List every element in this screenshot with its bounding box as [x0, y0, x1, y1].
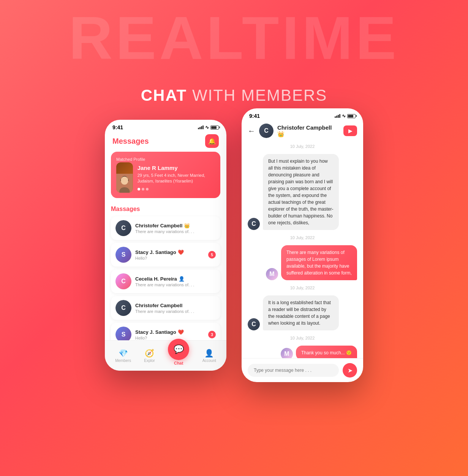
- matched-details: 29 yrs, 5 Feet 4 inch, Never Married, Ju…: [138, 173, 215, 184]
- msg-text: There are many variations of. . .: [135, 309, 216, 314]
- msg-name: Christofer Campbell: [135, 303, 216, 308]
- jane-avatar: [116, 162, 133, 193]
- chat-bubble: It is a long established fact that a rea…: [263, 295, 339, 330]
- status-icons-left: ∿: [198, 125, 219, 130]
- chat-input-area: ➤: [242, 358, 363, 382]
- message-item[interactable]: S Stacy J. Santiago ❤️ Hello? 5: [111, 243, 220, 267]
- chat-bubble: There are many variations of passages of…: [281, 245, 357, 280]
- watermark-text: REALTIME: [0, 8, 468, 68]
- left-phone: 9:41 ∿ Messages 🔔 Matched Profile: [105, 120, 226, 371]
- msg-emoji: ❤️: [178, 329, 184, 335]
- bubble-avatar: M: [266, 268, 278, 280]
- account-icon: 👤: [204, 349, 214, 358]
- right-phone: 9:41 ∿ ← C Christofer Campbell 👑 ▶: [242, 108, 363, 382]
- chat-fab-icon: 💬: [174, 344, 184, 354]
- msg-content: Cecelia H. Pereira 👤 There are many vari…: [135, 276, 216, 287]
- msg-content: Christofer Campbell There are many varia…: [135, 303, 216, 314]
- wifi-icon-right: ∿: [342, 113, 346, 119]
- msg-name: Cecelia H. Pereira 👤: [135, 276, 216, 282]
- chat-date: 10 July, 2022: [248, 336, 357, 340]
- msg-avatar: C: [115, 300, 131, 316]
- dot-3: [146, 188, 149, 190]
- signal-icon: [198, 125, 204, 129]
- chat-date: 10 July, 2022: [248, 144, 357, 149]
- phones-container: 9:41 ∿ Messages 🔔 Matched Profile: [105, 120, 363, 382]
- msg-content: Stacy J. Santiago ❤️ Hello?: [135, 249, 216, 260]
- message-item[interactable]: C Christofer Campbell There are many var…: [111, 296, 220, 320]
- chat-bubble-row: CBut I must explain to you how all this …: [248, 154, 357, 230]
- chat-fab-button[interactable]: 💬: [168, 339, 189, 360]
- bubble-avatar: C: [248, 318, 260, 330]
- messages-title: Messages: [112, 137, 149, 146]
- msg-name: Stacy J. Santiago ❤️: [135, 249, 216, 255]
- status-bar-right: 9:41 ∿: [242, 108, 363, 121]
- chat-bubble: Thank you so much... 🙂: [296, 346, 357, 358]
- crown-emoji: 👑: [277, 131, 285, 137]
- msg-emoji: 👤: [179, 276, 185, 282]
- signal-icon-right: [335, 114, 340, 118]
- msg-text: Hello?: [135, 256, 216, 260]
- nav-account[interactable]: 👤 Account: [202, 349, 216, 363]
- msg-avatar: C: [115, 220, 131, 236]
- page-title-bold: CHAT: [141, 86, 187, 104]
- msg-emoji: 👑: [184, 223, 190, 228]
- wifi-icon: ∿: [205, 125, 209, 130]
- msg-name: Stacy J. Santiago ❤️: [135, 329, 216, 335]
- chat-contact-name: Christofer Campbell 👑: [277, 124, 340, 138]
- battery-icon: [210, 125, 219, 130]
- msg-name: Christofer Campbell 👑: [135, 223, 216, 228]
- chat-bubble-row: There are many variations of passages of…: [248, 245, 357, 280]
- bottom-nav: 💎 Members 🧭 Explor 💬 Chat 👤 Account: [105, 340, 226, 371]
- carousel-dots: [138, 188, 215, 190]
- nav-explor[interactable]: 🧭 Explor: [144, 349, 155, 363]
- msg-badge: 3: [208, 331, 216, 338]
- msg-content: Christofer Campbell 👑 There are many var…: [135, 223, 216, 234]
- nav-account-label: Account: [202, 359, 216, 363]
- nav-chat-label: Chat: [174, 361, 183, 365]
- status-icons-right: ∿: [335, 113, 356, 119]
- send-button[interactable]: ➤: [343, 363, 357, 378]
- svg-point-1: [121, 176, 128, 184]
- bubble-avatar: M: [281, 348, 293, 358]
- massages-title: Massages: [111, 206, 220, 213]
- bubble-avatar: C: [248, 218, 260, 230]
- message-item[interactable]: C Cecelia H. Pereira 👤 There are many va…: [111, 270, 220, 293]
- messages-header: Messages 🔔: [105, 133, 226, 152]
- chat-date: 10 July, 2022: [248, 286, 357, 290]
- back-button[interactable]: ←: [248, 127, 255, 135]
- chat-contact-avatar: C: [259, 124, 274, 138]
- video-call-button[interactable]: ▶: [343, 125, 357, 136]
- dot-1: [138, 188, 140, 190]
- battery-icon-right: [347, 114, 356, 118]
- chat-messages: 10 July, 2022CBut I must explain to you …: [242, 142, 363, 358]
- compass-icon: 🧭: [145, 349, 154, 358]
- message-item[interactable]: C Christofer Campbell 👑 There are many v…: [111, 216, 220, 240]
- msg-avatar: S: [115, 247, 131, 263]
- chat-header: ← C Christofer Campbell 👑 ▶: [242, 121, 363, 142]
- messages-section: Massages C Christofer Campbell 👑 There a…: [105, 204, 226, 351]
- matched-name: Jane R Lammy: [138, 165, 215, 171]
- chat-date: 10 July, 2022: [248, 235, 357, 240]
- matched-info: Jane R Lammy 29 yrs, 5 Feet 4 inch, Neve…: [138, 165, 215, 191]
- msg-text: There are many variations of. . .: [135, 229, 216, 234]
- page-title-thin: WITH MEMBERS: [187, 86, 327, 104]
- nav-members[interactable]: 💎 Members: [115, 349, 131, 363]
- notification-button[interactable]: 🔔: [205, 134, 219, 148]
- matched-profile-card: Matched Profile Jane R Lammy 29 yrs, 5 F…: [111, 152, 220, 198]
- nav-chat-container: 💬 Chat: [168, 346, 189, 365]
- dot-2: [142, 188, 144, 190]
- page-title: CHAT WITH MEMBERS: [141, 86, 327, 105]
- chat-bubble: But I must explain to you how all this m…: [263, 154, 339, 230]
- msg-avatar: C: [115, 273, 131, 289]
- message-list: C Christofer Campbell 👑 There are many v…: [111, 216, 220, 346]
- matched-label: Matched Profile: [116, 157, 145, 162]
- time-right: 9:41: [249, 113, 260, 119]
- msg-text: There are many variations of. . .: [135, 282, 216, 287]
- message-input[interactable]: [248, 364, 339, 377]
- chat-bubble-row: Thank you so much... 🙂M: [248, 346, 357, 358]
- status-bar-left: 9:41 ∿: [105, 120, 226, 133]
- msg-content: Stacy J. Santiago ❤️ Hello?: [135, 329, 216, 340]
- chat-bubble-row: CIt is a long established fact that a re…: [248, 295, 357, 330]
- nav-explor-label: Explor: [144, 359, 155, 363]
- members-icon: 💎: [119, 349, 128, 358]
